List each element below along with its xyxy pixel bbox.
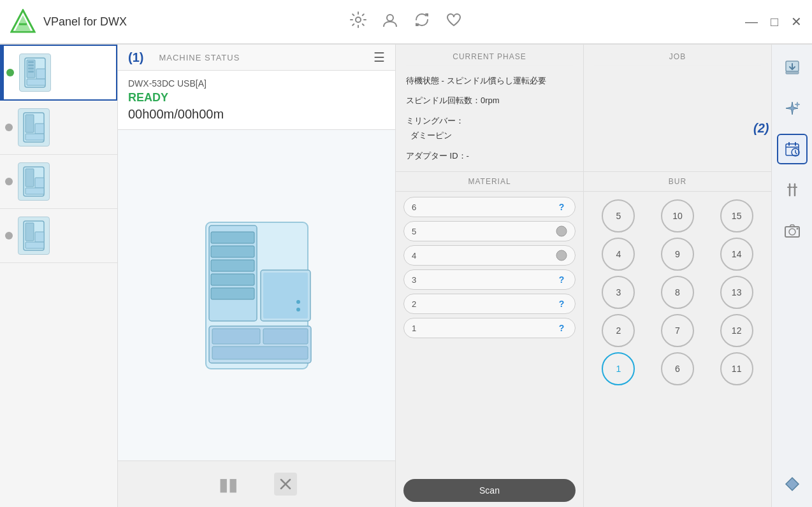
bur-4[interactable]: 4 xyxy=(602,238,635,271)
material-slot-2[interactable]: 2 ? xyxy=(403,294,576,314)
material-slot-1[interactable]: 1 ? xyxy=(403,318,576,338)
schedule-sidebar-icon[interactable] xyxy=(777,134,808,164)
svg-point-39 xyxy=(296,308,300,311)
menu-icon[interactable]: ☰ xyxy=(373,50,385,65)
window-controls: — □ ✕ xyxy=(745,14,802,29)
close-button[interactable]: ✕ xyxy=(791,14,802,29)
svg-rect-19 xyxy=(35,178,44,188)
right-sidebar: (2) xyxy=(771,45,812,507)
svg-rect-33 xyxy=(263,273,308,318)
refresh-icon[interactable] xyxy=(414,11,430,32)
material-section: MATERIAL 6 ? 5 xyxy=(396,172,584,507)
job-section: JOB xyxy=(584,45,771,171)
material-slot-3[interactable]: 3 ? xyxy=(403,269,576,290)
machine-item-2[interactable] xyxy=(0,101,117,155)
bur-2[interactable]: 2 xyxy=(602,314,635,347)
svg-point-38 xyxy=(296,300,300,304)
svg-rect-29 xyxy=(211,260,254,271)
svg-point-56 xyxy=(789,229,795,235)
download-sidebar-icon[interactable] xyxy=(777,52,808,83)
material-slot-6[interactable]: 6 ? xyxy=(403,197,576,217)
machine-time: 00h00m/00h00m xyxy=(128,107,385,122)
bur-6[interactable]: 6 xyxy=(661,352,694,385)
machine-item-1[interactable] xyxy=(0,45,117,101)
slot-icon-2: ? xyxy=(555,297,569,311)
svg-rect-37 xyxy=(212,346,308,359)
slot-icon-4 xyxy=(555,248,569,262)
bur-14[interactable]: 14 xyxy=(720,238,753,271)
heart-icon[interactable] xyxy=(446,11,462,32)
svg-rect-23 xyxy=(35,232,44,242)
bur-13[interactable]: 13 xyxy=(720,276,753,309)
svg-rect-18 xyxy=(25,169,34,187)
phase-line-2: スピンドル回転数：0rpm xyxy=(406,93,573,108)
bur-9[interactable]: 9 xyxy=(661,238,694,271)
settings-icon[interactable] xyxy=(350,11,366,32)
bur-10[interactable]: 10 xyxy=(661,199,694,232)
svg-rect-31 xyxy=(211,288,254,299)
svg-rect-8 xyxy=(27,79,45,85)
material-slots: 6 ? 5 4 xyxy=(396,192,583,474)
stop-icon xyxy=(274,473,297,496)
svg-point-43 xyxy=(556,250,567,261)
machine-item-3[interactable] xyxy=(0,155,117,209)
bur-3[interactable]: 3 xyxy=(602,276,635,309)
info-bottom: MATERIAL 6 ? 5 xyxy=(396,172,771,507)
svg-point-4 xyxy=(387,15,393,21)
status-dot-1 xyxy=(6,69,14,76)
bur-5[interactable]: 5 xyxy=(602,199,635,232)
sparkle-sidebar-icon[interactable] xyxy=(777,93,808,124)
slot-icon-1: ? xyxy=(555,321,569,335)
bur-1[interactable]: 1 xyxy=(602,352,635,385)
bur-header: BUR xyxy=(584,172,771,192)
svg-rect-11 xyxy=(28,68,34,69)
svg-point-3 xyxy=(356,17,361,22)
bur-grid: 5 10 15 4 9 14 3 8 13 2 7 12 1 6 11 xyxy=(584,192,771,393)
bur-7[interactable]: 7 xyxy=(661,314,694,347)
pause-icon: ▮▮ xyxy=(219,474,238,495)
svg-rect-27 xyxy=(211,232,254,243)
maximize-button[interactable]: □ xyxy=(771,15,778,29)
minimize-button[interactable]: — xyxy=(745,15,758,29)
stop-button[interactable] xyxy=(270,471,301,497)
svg-rect-12 xyxy=(28,71,34,73)
phase-line-3: ミリングバー： ダミーピン xyxy=(406,113,573,143)
material-slot-4[interactable]: 4 xyxy=(403,245,576,266)
machine-thumb-3 xyxy=(18,162,50,201)
machine-status-label: MACHINE STATUS xyxy=(159,53,240,62)
machine-name: DWX-53DC USB[A] xyxy=(128,78,385,89)
slot-num-3: 3 xyxy=(412,275,555,285)
material-slot-5[interactable]: 5 xyxy=(403,221,576,241)
bur-8[interactable]: 8 xyxy=(661,276,694,309)
svg-rect-45 xyxy=(786,71,799,74)
phase-line-1: 待機状態 - スピンドル慣らし運転必要 xyxy=(406,73,573,88)
svg-rect-20 xyxy=(25,188,44,194)
svg-rect-28 xyxy=(211,246,254,257)
pause-button[interactable]: ▮▮ xyxy=(212,471,244,497)
bur-section: BUR 5 10 15 4 9 14 3 8 13 2 7 12 1 6 11 xyxy=(584,172,771,507)
svg-marker-58 xyxy=(786,478,799,490)
user-icon[interactable] xyxy=(382,11,398,32)
bur-11[interactable]: 11 xyxy=(720,352,753,385)
machine-item-4[interactable] xyxy=(0,209,117,263)
machine-thumb-1 xyxy=(19,54,51,92)
bur-12[interactable]: 12 xyxy=(720,314,753,347)
svg-marker-1 xyxy=(15,15,31,31)
slot-num-5: 5 xyxy=(412,227,555,236)
diamond-sidebar-icon[interactable] xyxy=(777,469,808,499)
status-dot-4 xyxy=(5,232,13,239)
section-num-2: (2) xyxy=(753,121,769,136)
tools-sidebar-icon[interactable] xyxy=(777,175,808,205)
scan-button[interactable]: Scan xyxy=(403,479,576,502)
phase-line-4: アダプター ID：- xyxy=(406,148,573,163)
slot-icon-3: ? xyxy=(555,273,569,287)
bur-15[interactable]: 15 xyxy=(720,199,753,232)
logo-icon xyxy=(10,9,36,34)
machine-status-ready: READY xyxy=(128,91,385,104)
camera-sidebar-icon[interactable] xyxy=(777,215,808,246)
svg-point-42 xyxy=(556,226,567,236)
main-layout: (1) MACHINE STATUS ☰ DWX-53DC USB[A] REA… xyxy=(0,45,812,507)
svg-point-57 xyxy=(796,228,798,230)
svg-rect-10 xyxy=(28,64,34,66)
slot-num-4: 4 xyxy=(412,251,555,261)
